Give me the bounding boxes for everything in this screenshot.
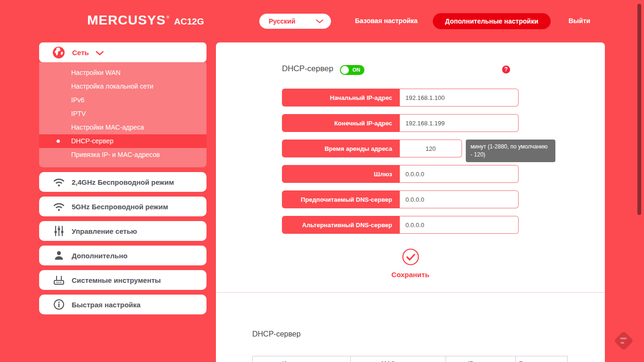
col-mac-address: MAC-адрес	[351, 356, 446, 362]
submenu-item-label: DHCP-сервер	[71, 137, 114, 145]
nav-logout[interactable]: Выйти	[569, 17, 590, 25]
col-lease-time: Время аренды	[516, 356, 568, 362]
section-divider	[216, 292, 605, 293]
form-row-secondary-dns: Альтернативный DNS-сервер	[282, 216, 519, 234]
logo-text: MERCUSYS	[87, 13, 166, 28]
dhcp-server-toggle[interactable]: ON	[340, 65, 364, 75]
person-icon	[53, 249, 65, 262]
primary-dns-input[interactable]	[400, 190, 519, 208]
router-icon	[53, 274, 65, 286]
globe-icon	[52, 46, 65, 59]
submenu-item-ip-mac-binding[interactable]: Привязка IP- и MAC-адресов	[39, 148, 206, 162]
registered-mark: ®	[166, 15, 170, 20]
submenu-item-iptv[interactable]: IPTV	[39, 107, 206, 121]
end-ip-input[interactable]	[400, 114, 519, 132]
start-ip-label: Начальный IP-адрес	[282, 89, 400, 107]
secondary-dns-label: Альтернативный DNS-сервер	[282, 216, 400, 234]
wifi-icon	[53, 176, 65, 188]
dhcp-client-list-title: DHCP-сервер	[252, 330, 301, 338]
sidebar-item-label: Дополнительно	[72, 252, 127, 260]
submenu-item-mac-settings[interactable]: Настройки MAC-адреса	[39, 121, 206, 134]
dhcp-client-table: Имя клиента MAC-адрес IP-адрес Время аре…	[252, 356, 568, 362]
sidebar-item-label: 5GHz Беспроводной режим	[72, 203, 168, 211]
language-selected-value: Русский	[269, 17, 296, 25]
sidebar-item-system-tools[interactable]: Системные инструменты	[39, 270, 206, 290]
submenu-item-ipv6[interactable]: IPv6	[39, 93, 206, 107]
router-admin-screen: MERCUSYS ® AC12G Русский Базовая настрой…	[0, 0, 644, 362]
network-submenu: Настройки WAN Настройка локальной сети I…	[39, 62, 206, 167]
col-client-name: Имя клиента	[253, 356, 351, 362]
sidebar-item-label: Управление сетью	[72, 227, 137, 235]
col-ip-address: IP-адрес	[446, 356, 516, 362]
page-title: DHCP-сервер	[282, 64, 333, 74]
form-row-end-ip: Конечный IP-адрес	[282, 114, 519, 132]
sidebar-item-wireless-5ghz[interactable]: 5GHz Беспроводной режим	[39, 197, 206, 216]
lease-time-tooltip: минут (1-2880, по умолчанию - 120)	[466, 140, 555, 162]
info-icon	[53, 298, 65, 311]
active-bullet-icon	[57, 140, 60, 143]
save-button[interactable]: Сохранить	[216, 248, 605, 279]
toggle-state-label: ON	[353, 67, 361, 73]
sidebar-item-label: 2,4GHz Беспроводной режим	[72, 178, 174, 186]
chevron-down-icon	[96, 51, 104, 56]
nav-basic-settings[interactable]: Базовая настройка	[355, 17, 418, 25]
form-row-primary-dns: Предпочитаемый DNS-сервер	[282, 190, 519, 208]
form-row-start-ip: Начальный IP-адрес	[282, 89, 519, 107]
header: MERCUSYS ® AC12G Русский Базовая настрой…	[0, 0, 644, 42]
brand-logo: MERCUSYS ® AC12G	[87, 13, 204, 28]
vertical-scrollbar[interactable]	[637, 4, 641, 215]
check-circle-icon	[402, 248, 420, 266]
secondary-dns-input[interactable]	[400, 216, 519, 234]
sidebar-item-wireless-24ghz[interactable]: 2,4GHz Беспроводной режим	[39, 172, 206, 192]
sidebar: Сеть Настройки WAN Настройка локальной с…	[39, 42, 206, 314]
sidebar-item-advanced[interactable]: Дополнительно	[39, 246, 206, 265]
form-row-gateway: Шлюз	[282, 165, 519, 183]
end-ip-label: Конечный IP-адрес	[282, 114, 400, 132]
help-icon[interactable]: ?	[502, 66, 510, 74]
gateway-input[interactable]	[400, 165, 519, 183]
lease-time-input[interactable]	[400, 140, 462, 157]
sidebar-item-network[interactable]: Сеть	[39, 42, 206, 62]
start-ip-input[interactable]	[400, 89, 519, 107]
sidebar-item-label: Быстрая настройка	[72, 301, 140, 309]
form-row-lease-time: Время аренды адреса минут (1-2880, по ум…	[282, 140, 519, 157]
nav-advanced-settings[interactable]: Дополнительные настройки	[433, 13, 551, 29]
wifi-icon	[53, 200, 65, 213]
sliders-icon	[53, 225, 65, 237]
table-header-row: Имя клиента MAC-адрес IP-адрес Время аре…	[253, 356, 568, 362]
submenu-item-lan-settings[interactable]: Настройка локальной сети	[39, 80, 206, 93]
lease-time-label: Время аренды адреса	[282, 140, 400, 157]
model-name: AC12G	[174, 16, 204, 27]
primary-dns-label: Предпочитаемый DNS-сервер	[282, 190, 400, 208]
submenu-item-dhcp-server[interactable]: DHCP-сервер	[39, 134, 206, 148]
language-selector[interactable]: Русский	[259, 14, 331, 29]
sidebar-item-label: Системные инструменты	[72, 276, 161, 284]
content-panel: DHCP-сервер ON ? Начальный IP-адрес Коне…	[216, 42, 605, 362]
dhcp-settings-form: Начальный IP-адрес Конечный IP-адрес Вре…	[282, 89, 519, 241]
gateway-label: Шлюз	[282, 165, 400, 183]
save-button-label: Сохранить	[216, 271, 605, 279]
chevron-down-icon	[316, 19, 323, 24]
submenu-item-wan-settings[interactable]: Настройки WAN	[39, 66, 206, 80]
toggle-knob	[341, 66, 349, 74]
sidebar-item-network-management[interactable]: Управление сетью	[39, 221, 206, 241]
watermark-logo	[614, 331, 634, 351]
sidebar-item-quick-setup[interactable]: Быстрая настройка	[39, 295, 206, 314]
sidebar-item-label: Сеть	[72, 49, 89, 57]
